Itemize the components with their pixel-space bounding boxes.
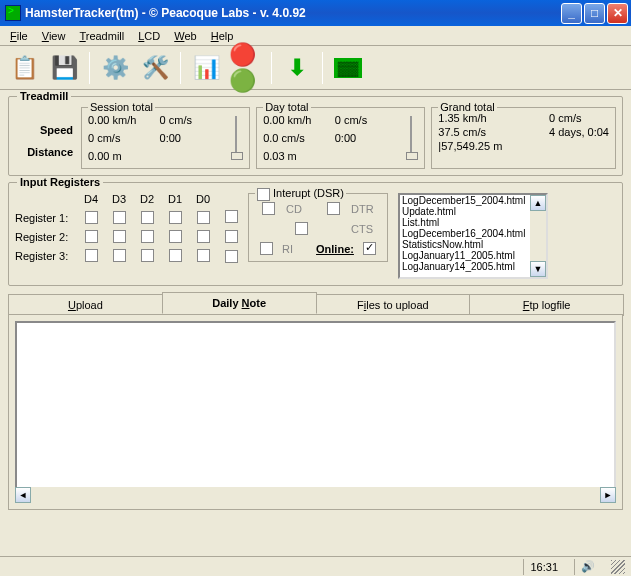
session-time: 0:00 — [160, 132, 226, 144]
list-item[interactable]: Update.html — [400, 206, 530, 217]
list-item[interactable]: LogJanuary14_2005.html — [400, 261, 530, 272]
list-item[interactable]: LogDecember15_2004.html — [400, 195, 530, 206]
reg3-d3[interactable] — [113, 249, 126, 262]
reg1-d0[interactable] — [197, 211, 210, 224]
grand-time: 4 days, 0:04 — [549, 126, 609, 138]
menu-view[interactable]: View — [36, 28, 72, 44]
menubar: File View Treadmill LCD Web Help — [0, 26, 631, 46]
horizontal-scrollbar[interactable]: ◄ ► — [15, 487, 616, 503]
list-icon: 📋 — [11, 55, 38, 81]
session-total-box: Session total 0.00 km/h 0 cm/s 0 cm/s 0:… — [81, 107, 250, 169]
list-item[interactable]: LogJanuary11_2005.html — [400, 250, 530, 261]
treadmill-legend: Treadmill — [17, 90, 71, 102]
row3-label: Register 3: — [15, 250, 75, 262]
grand-dist: |57,549.25 m — [438, 140, 609, 152]
toolbar: 📋 💾 ⚙️ 🛠️ 📊 🔴🟢 ⬇ ▓▓ — [0, 46, 631, 90]
online-checkbox[interactable] — [363, 242, 376, 255]
daily-note-textarea[interactable] — [15, 321, 616, 491]
maximize-button[interactable]: □ — [584, 3, 605, 24]
file-listbox[interactable]: LogDecember15_2004.html Update.html List… — [398, 193, 548, 279]
tab-upload[interactable]: UUploadpload — [8, 294, 163, 316]
tab-daily-note[interactable]: Daily Note — [162, 292, 317, 314]
cd-checkbox[interactable] — [262, 202, 275, 215]
resize-grip[interactable] — [611, 560, 625, 574]
session-slider[interactable] — [231, 112, 241, 164]
tabs: UUploadpload Daily Note Files to upload … — [8, 292, 623, 314]
distance-label: Distance — [15, 146, 73, 158]
row1-label: Register 1: — [15, 212, 75, 224]
cts-checkbox[interactable] — [295, 222, 308, 235]
statusbar: 16:31 🔊 — [0, 556, 631, 576]
menu-lcd[interactable]: LCD — [132, 28, 166, 44]
toolbar-separator — [89, 52, 90, 84]
status-time: 16:31 — [523, 559, 564, 575]
interrupt-label: Interupt (DSR) — [273, 187, 344, 199]
session-dist: 0.00 m — [88, 150, 225, 162]
scroll-down-icon[interactable]: ▼ — [530, 261, 546, 277]
menu-web[interactable]: Web — [168, 28, 202, 44]
reg1-d2[interactable] — [141, 211, 154, 224]
tab-ftp-logfile[interactable]: Ftp logfile — [469, 294, 624, 316]
extra-check-1[interactable] — [225, 210, 238, 223]
reg1-d3[interactable] — [113, 211, 126, 224]
scroll-up-icon[interactable]: ▲ — [530, 195, 546, 211]
listbox-scrollbar[interactable]: ▲ ▼ — [530, 195, 546, 277]
reg2-d1[interactable] — [169, 230, 182, 243]
tool-chart-button[interactable]: 📊 — [188, 50, 224, 86]
tool-save-button[interactable]: 💾 — [46, 50, 82, 86]
reg3-d2[interactable] — [141, 249, 154, 262]
speed-label: Speed — [15, 124, 73, 136]
tool-list-button[interactable]: 📋 — [6, 50, 42, 86]
grand-speed: 1.35 km/h — [438, 112, 539, 124]
download-icon: ⬇ — [288, 55, 306, 81]
close-button[interactable]: ✕ — [607, 3, 628, 24]
toolbar-separator — [180, 52, 181, 84]
online-label: Online: — [316, 243, 354, 255]
col-d1: D1 — [163, 193, 187, 205]
extra-check-3[interactable] — [225, 250, 238, 263]
reg2-d2[interactable] — [141, 230, 154, 243]
reg1-d4[interactable] — [85, 211, 98, 224]
list-item[interactable]: StatisticsNow.html — [400, 239, 530, 250]
input-legend: Input Registers — [17, 176, 103, 188]
treadmill-group: Treadmill Speed Distance Session total 0… — [8, 96, 623, 176]
menu-file[interactable]: File — [4, 28, 34, 44]
reg2-d3[interactable] — [113, 230, 126, 243]
interrupt-checkbox[interactable] — [257, 188, 270, 201]
tool-board-button[interactable]: ▓▓ — [330, 50, 366, 86]
reg2-d0[interactable] — [197, 230, 210, 243]
reg3-d1[interactable] — [169, 249, 182, 262]
grand-cms: 0 cm/s — [549, 112, 609, 124]
reg2-d4[interactable] — [85, 230, 98, 243]
scroll-right-icon[interactable]: ► — [600, 487, 616, 503]
titlebar[interactable]: HamsterTracker(tm) - © Peacoque Labs - v… — [0, 0, 631, 26]
day-speed: 0.00 km/h — [263, 114, 329, 126]
session-speed: 0.00 km/h — [88, 114, 154, 126]
session-legend: Session total — [88, 101, 155, 113]
minimize-button[interactable]: _ — [561, 3, 582, 24]
reg1-d1[interactable] — [169, 211, 182, 224]
reg3-d4[interactable] — [85, 249, 98, 262]
list-item[interactable]: LogDecember16_2004.html — [400, 228, 530, 239]
dtr-checkbox[interactable] — [327, 202, 340, 215]
tool-download-button[interactable]: ⬇ — [279, 50, 315, 86]
tool-settings2-button[interactable]: 🛠️ — [137, 50, 173, 86]
list-item[interactable]: List.html — [400, 217, 530, 228]
ri-label: RI — [282, 243, 312, 255]
tool-lights-button[interactable]: 🔴🟢 — [228, 50, 264, 86]
ri-checkbox[interactable] — [260, 242, 273, 255]
dtr-label: DTR — [351, 203, 381, 215]
tool-settings1-button[interactable]: ⚙️ — [97, 50, 133, 86]
day-slider[interactable] — [406, 112, 416, 164]
row2-label: Register 2: — [15, 231, 75, 243]
tab-files-to-upload[interactable]: Files to upload — [316, 294, 471, 316]
menu-treadmill[interactable]: Treadmill — [73, 28, 130, 44]
session-cms: 0 cm/s — [160, 114, 226, 126]
reg3-d0[interactable] — [197, 249, 210, 262]
day-time: 0:00 — [335, 132, 401, 144]
gears-icon: 🛠️ — [142, 55, 169, 81]
scroll-left-icon[interactable]: ◄ — [15, 487, 31, 503]
extra-check-2[interactable] — [225, 230, 238, 243]
app-icon — [5, 5, 21, 21]
volume-icon[interactable]: 🔊 — [574, 559, 601, 575]
